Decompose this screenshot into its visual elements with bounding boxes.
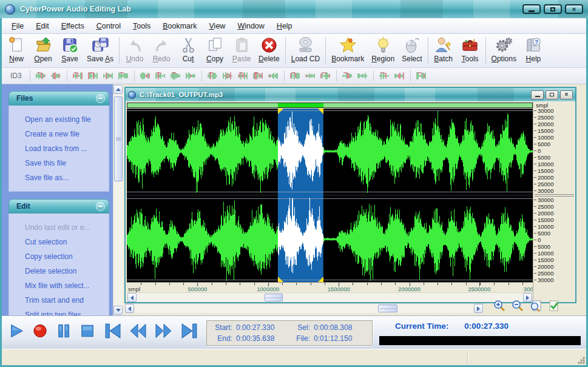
sidebar-item-copy-selection[interactable]: Copy selection <box>25 249 106 264</box>
menu-edit[interactable]: Edit <box>30 19 55 33</box>
overview-strip[interactable] <box>127 103 533 108</box>
sidebar-item-cut-selection[interactable]: Cut selection <box>25 235 106 249</box>
zoom-out-button[interactable] <box>510 298 525 313</box>
save-as-button[interactable]: ?Save As <box>83 35 117 64</box>
bookmark-button[interactable]: Bookmark <box>328 35 368 64</box>
scroll-left-button[interactable] <box>125 304 134 313</box>
stop-button[interactable] <box>80 323 96 339</box>
delete-button[interactable]: Delete <box>255 35 283 64</box>
sidebar-item-split-into-two-files[interactable]: Split into two files <box>25 308 106 315</box>
close-button[interactable]: × <box>565 4 583 14</box>
selection-marker[interactable] <box>278 109 283 114</box>
resize-grip[interactable] <box>577 356 585 364</box>
scroll-thumb[interactable] <box>265 294 283 301</box>
wave-align-button[interactable] <box>116 70 131 82</box>
sidebar-item-save-file-as[interactable]: Save file as... <box>25 170 106 185</box>
wave-doc-button[interactable] <box>33 70 49 82</box>
minimize-button[interactable] <box>522 4 541 14</box>
marker-range-button[interactable] <box>414 70 429 82</box>
options-button[interactable]: Options <box>488 35 520 64</box>
wave-restore-button[interactable] <box>49 70 64 82</box>
open-button[interactable]: Open <box>30 35 56 64</box>
wave-updown-button[interactable] <box>86 70 101 82</box>
wave-limit-button[interactable] <box>205 70 220 82</box>
wave-center-button[interactable] <box>340 70 355 82</box>
rewind-button[interactable] <box>129 323 147 339</box>
maximize-button[interactable] <box>544 4 562 14</box>
level-bars-button[interactable] <box>251 70 266 82</box>
zoom-in-button[interactable] <box>492 298 507 313</box>
sidebar-scrollbar[interactable] <box>113 84 123 315</box>
sidebar-item-load-tracks-from[interactable]: Load tracks from ... <box>25 141 106 156</box>
select-button[interactable]: Select <box>398 35 425 64</box>
editor-horizontal-scrollbar[interactable] <box>127 292 533 302</box>
menu-effects[interactable]: Effects <box>55 19 90 33</box>
collapse-button[interactable] <box>96 202 105 211</box>
scroll-down-button[interactable] <box>113 306 123 315</box>
play-cursor-button[interactable] <box>288 70 303 82</box>
channel-convert-button[interactable] <box>377 70 392 82</box>
menu-file[interactable]: File <box>5 19 30 33</box>
menu-bookmark[interactable]: Bookmark <box>157 19 203 33</box>
menu-window[interactable]: Window <box>231 19 270 33</box>
cut-button[interactable]: Cut <box>175 35 201 64</box>
sidebar-item-mix-file-with-select[interactable]: Mix file with select... <box>25 278 106 293</box>
scroll-left-button[interactable] <box>127 293 137 302</box>
load-cd-button[interactable]: Load CD <box>288 35 323 64</box>
bookmark-star-icon <box>339 36 357 55</box>
scroll-thumb[interactable] <box>378 305 397 312</box>
wave-cursor-button[interactable] <box>220 70 235 82</box>
selection-length-button[interactable] <box>168 70 183 82</box>
wave-markers-button[interactable] <box>70 70 86 82</box>
mdi-horizontal-scrollbar[interactable] <box>124 303 484 313</box>
batch-button[interactable]: Batch <box>430 35 457 64</box>
scroll-thumb[interactable] <box>114 96 123 181</box>
editor-close-button[interactable]: × <box>560 90 573 99</box>
scroll-right-button[interactable] <box>474 304 483 313</box>
ring-waves-button[interactable] <box>266 70 281 82</box>
sidebar-item-open-an-existing-file[interactable]: Open an existing file <box>25 112 106 127</box>
editor-minimize-button[interactable] <box>531 90 544 99</box>
channel-split-button[interactable] <box>392 70 407 82</box>
wave-stamp-button[interactable] <box>303 70 318 82</box>
fast-forward-button[interactable] <box>155 323 172 339</box>
collapse-button[interactable] <box>96 94 105 103</box>
wave-shrink-button[interactable] <box>318 70 333 82</box>
id3-tag-button[interactable]: ID3 <box>5 70 27 82</box>
waveform-channel-right[interactable] <box>127 197 533 282</box>
wave-expand-button[interactable] <box>355 70 370 82</box>
sidebar-item-delete-selection[interactable]: Delete selection <box>25 264 106 278</box>
pause-button[interactable] <box>56 323 72 339</box>
selection-marker[interactable] <box>318 109 323 114</box>
wave-insert-button[interactable] <box>101 70 116 82</box>
wave-accent-button[interactable] <box>138 70 153 82</box>
channel-split-icon <box>394 71 405 81</box>
copy-button[interactable]: Copy <box>201 35 228 64</box>
play-button[interactable] <box>9 323 25 339</box>
region-button[interactable]: Region <box>368 35 398 64</box>
save-button[interactable]: Save <box>56 35 83 64</box>
menu-view[interactable]: View <box>203 19 231 33</box>
editor-maximize-button[interactable] <box>546 90 558 99</box>
waveform-channel-left[interactable] <box>127 109 533 194</box>
record-button[interactable] <box>33 323 49 339</box>
wave-export-button[interactable] <box>153 70 168 82</box>
new-button[interactable]: New <box>3 35 30 64</box>
help-button[interactable]: ?Help <box>520 35 547 64</box>
zoom-fit-button[interactable] <box>529 298 543 313</box>
apply-button[interactable] <box>547 298 561 313</box>
wave-underline-button[interactable] <box>235 70 251 82</box>
freq-bars-button[interactable] <box>183 70 198 82</box>
selection-marker[interactable] <box>318 277 323 282</box>
menu-tools[interactable]: Tools <box>127 19 157 33</box>
skip-start-button[interactable] <box>104 323 121 339</box>
menu-control[interactable]: Control <box>90 19 127 33</box>
sidebar-item-create-a-new-file[interactable]: Create a new file <box>25 127 106 141</box>
selection-marker[interactable] <box>278 277 283 282</box>
scroll-up-button[interactable] <box>113 85 123 94</box>
menu-help[interactable]: Help <box>271 19 299 33</box>
tools-button[interactable]: Tools <box>457 35 484 64</box>
sidebar-item-trim-start-and-end[interactable]: Trim start and end <box>25 293 106 308</box>
skip-end-button[interactable] <box>180 323 198 339</box>
sidebar-item-save-this-file[interactable]: Save this file <box>25 156 106 170</box>
